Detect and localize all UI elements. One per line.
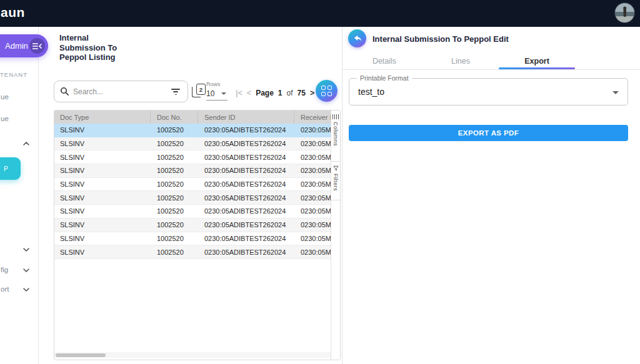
table-scroll-area: Doc Type Doc No. Sender ID Receiver ID S…: [54, 111, 332, 360]
table-cell: 1002520: [151, 221, 198, 229]
avatar-photo-icon: [615, 3, 634, 22]
back-arrow-icon: [352, 33, 362, 44]
table-cell: 1002520: [151, 180, 198, 188]
table-cell: 0230:05ADIBTEST262024: [198, 180, 294, 188]
table-header-row: Doc Type Doc No. Sender ID Receiver ID: [54, 111, 332, 124]
chevron-up-icon[interactable]: [22, 141, 30, 146]
table-row[interactable]: SLSINV10025200230:05ADIBTEST2620240230:0…: [54, 164, 332, 178]
table-cell: 0230:05MY: [294, 154, 332, 161]
table-cell: SLSINV: [54, 140, 151, 147]
table-body: SLSINV10025200230:05ADIBTEST2620240230:0…: [54, 124, 332, 259]
table-row[interactable]: SLSINV10025200230:05ADIBTEST2620240230:0…: [54, 219, 332, 232]
table-cell: 1002520: [151, 248, 198, 256]
scrollbar-thumb[interactable]: [56, 353, 106, 357]
sidebar: Admin TENANT ue ue P fig o: [0, 27, 39, 364]
column-header-receiver-id[interactable]: Receiver ID: [294, 111, 332, 124]
table-cell: 0230:05ADIBTEST262024: [198, 194, 294, 202]
table-cell: SLSINV: [54, 180, 151, 188]
app-logo: aun: [1, 5, 25, 20]
tab-details[interactable]: Details: [346, 53, 422, 69]
table-cell: 1002520: [151, 126, 198, 134]
printable-format-label: Printable Format: [357, 74, 412, 82]
table-cell: 0230:05MY: [294, 140, 332, 147]
table-row[interactable]: SLSINV10025200230:05ADIBTEST2620240230:0…: [54, 150, 332, 164]
horizontal-scrollbar[interactable]: [54, 352, 332, 358]
sidebar-item-queue-2[interactable]: ue: [1, 115, 9, 122]
sidebar-collapse-button[interactable]: [29, 38, 45, 54]
sidebar-admin-badge[interactable]: Admin: [0, 34, 48, 57]
table-row[interactable]: SLSINV10025200230:05ADIBTEST2620240230:0…: [54, 232, 332, 246]
columns-tab[interactable]: Columns: [331, 111, 340, 162]
table-cell: 0230:05MY: [294, 207, 332, 215]
menu-fold-icon: [32, 42, 42, 50]
table-row[interactable]: SLSINV10025200230:05ADIBTEST2620240230:0…: [54, 191, 332, 205]
table-cell: 0230:05ADIBTEST262024: [198, 167, 294, 174]
app-window: aun Admin TENANT ue: [0, 0, 640, 364]
sidebar-item-active[interactable]: P: [0, 157, 21, 180]
sidebar-item-report[interactable]: ort: [1, 285, 9, 293]
prev-page-icon[interactable]: <: [247, 89, 251, 97]
table-cell: SLSINV: [54, 154, 151, 161]
filter-list-icon[interactable]: [171, 89, 180, 97]
first-page-icon[interactable]: |<: [236, 89, 242, 97]
edit-panel-title: Internal Submission To Peppol Edit: [372, 34, 509, 44]
printable-format-value: test_to: [358, 87, 384, 97]
column-header-doc-type[interactable]: Doc Type: [54, 111, 151, 124]
column-header-sender-id[interactable]: Sender ID: [198, 111, 294, 124]
table-cell: 0230:05ADIBTEST262024: [198, 235, 294, 242]
table-cell: SLSINV: [54, 194, 151, 202]
table-row[interactable]: SLSINV10025200230:05ADIBTEST2620240230:0…: [54, 178, 332, 192]
pages-count-icon[interactable]: 2: [191, 83, 206, 99]
rows-value[interactable]: 10: [206, 89, 228, 101]
printable-format-select[interactable]: Printable Format test_to: [349, 78, 628, 106]
table-cell: SLSINV: [54, 167, 151, 174]
user-avatar[interactable]: [615, 3, 634, 22]
table-row[interactable]: SLSINV10025200230:05ADIBTEST2620240230:0…: [54, 205, 332, 219]
table-cell: 1002520: [151, 235, 198, 242]
page-number: 1: [278, 89, 282, 97]
sidebar-section-label: TENANT: [0, 71, 28, 78]
of-label: of: [287, 89, 293, 97]
table-cell: 1002520: [151, 207, 198, 215]
dropdown-caret-icon: [221, 92, 226, 95]
table-cell: 0230:05ADIBTEST262024: [198, 248, 294, 256]
table-cell: 0230:05MY: [294, 221, 332, 229]
active-item-label: P: [4, 165, 8, 172]
filters-tab[interactable]: Filters: [331, 162, 340, 200]
table-cell: SLSINV: [54, 221, 151, 229]
next-page-icon[interactable]: >: [310, 89, 314, 97]
grid-view-button[interactable]: [316, 80, 338, 102]
sidebar-item-config[interactable]: fig: [1, 266, 8, 273]
column-header-doc-no[interactable]: Doc No.: [151, 111, 198, 124]
table-cell: 1002520: [151, 167, 198, 174]
search-input[interactable]: [73, 86, 161, 97]
rows-label: Rows: [206, 81, 229, 87]
chevron-down-icon[interactable]: [22, 287, 30, 292]
pages-front-frame: 2: [196, 84, 206, 95]
table-cell: SLSINV: [54, 126, 151, 134]
table-cell: 0230:05ADIBTEST262024: [198, 126, 294, 134]
data-table: Doc Type Doc No. Sender ID Receiver ID S…: [54, 110, 341, 360]
table-cell: 0230:05MY: [294, 167, 332, 174]
filter-funnel-icon: [333, 165, 339, 171]
table-cell: 0230:05ADIBTEST262024: [198, 154, 294, 161]
table-row[interactable]: SLSINV10025200230:05ADIBTEST2620240230:0…: [54, 124, 332, 137]
table-row[interactable]: SLSINV10025200230:05ADIBTEST2620240230:0…: [54, 137, 332, 151]
columns-icon: [332, 114, 339, 119]
edit-panel: Internal Submission To Peppol Edit Detai…: [342, 27, 640, 364]
grid-icon: [321, 86, 332, 96]
table-cell: 0230:05MY: [294, 235, 332, 242]
table-cell: SLSINV: [54, 248, 151, 256]
sidebar-item-queue-1[interactable]: ue: [1, 93, 9, 101]
table-row[interactable]: SLSINV10025200230:05ADIBTEST2620240230:0…: [54, 245, 332, 259]
tab-lines[interactable]: Lines: [422, 53, 499, 69]
chevron-down-icon[interactable]: [22, 247, 30, 252]
export-as-pdf-button[interactable]: EXPORT AS PDF: [349, 125, 628, 141]
table-cell: SLSINV: [54, 235, 151, 242]
rows-per-page-select[interactable]: Rows 10: [206, 81, 229, 101]
back-button[interactable]: [348, 29, 366, 47]
chevron-down-icon[interactable]: [22, 268, 30, 273]
dropdown-caret-icon: [612, 91, 619, 94]
search-box[interactable]: [54, 81, 188, 102]
table-cell: 1002520: [151, 154, 198, 161]
